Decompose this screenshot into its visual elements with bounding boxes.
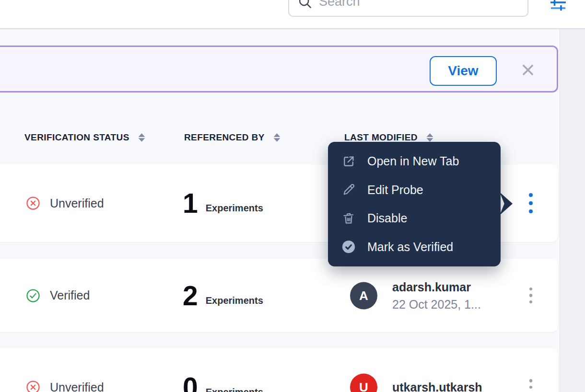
row-actions-button[interactable] <box>522 281 540 311</box>
experiment-count: 2 <box>183 282 198 308</box>
search-input[interactable] <box>319 0 527 9</box>
sort-icon <box>426 133 433 142</box>
last-modified-cell: U utkarsh.utkarsh <box>350 374 482 392</box>
menu-item-mark-as-verified[interactable]: Mark as Verified <box>328 233 501 262</box>
experiment-unit-label: Experiments <box>206 203 263 216</box>
column-label: VERIFICATION STATUS <box>24 132 129 143</box>
row-actions-context-menu: Open in New Tab Edit Probe Disable <box>328 142 501 266</box>
column-label: LAST MODIFIED <box>344 132 418 143</box>
menu-item-label: Open in New Tab <box>367 154 459 168</box>
modified-by-username: adarsh.kumar <box>392 280 481 294</box>
search-icon <box>298 0 312 9</box>
experiment-unit-label: Experiments <box>206 295 263 309</box>
status-label: Verified <box>50 288 90 302</box>
status-label: Unverified <box>50 380 104 392</box>
sort-icon <box>138 133 145 142</box>
experiment-count: 1 <box>183 190 198 216</box>
check-circle-icon <box>341 240 356 254</box>
menu-item-label: Disable <box>367 211 407 225</box>
row-actions-button-active[interactable] <box>522 188 540 218</box>
modified-date: 22 Oct 2025, 1... <box>392 297 481 311</box>
verification-status-cell: Unverified <box>26 196 104 210</box>
menu-item-open-in-new-tab[interactable]: Open in New Tab <box>328 147 501 176</box>
banner-close-button[interactable] <box>519 62 537 79</box>
status-label: Unverified <box>50 196 104 210</box>
trash-icon <box>341 211 356 226</box>
filter-sliders-icon <box>550 0 567 11</box>
modified-info: adarsh.kumar 22 Oct 2025, 1... <box>392 280 481 311</box>
last-modified-cell: A adarsh.kumar 22 Oct 2025, 1... <box>350 280 481 311</box>
menu-item-edit-probe[interactable]: Edit Probe <box>328 176 501 205</box>
menu-item-disable[interactable]: Disable <box>328 204 501 233</box>
referenced-by-cell: 0 Experiments <box>183 374 263 392</box>
verification-status-cell: Unverified <box>26 380 104 392</box>
filter-button[interactable] <box>550 0 567 11</box>
referenced-by-cell: 2 Experiments <box>183 282 263 308</box>
row-actions-button[interactable] <box>522 372 540 392</box>
external-link-icon <box>341 154 356 169</box>
probes-table-page: View VERIFICATION STATUS REFERENCED BY L… <box>0 0 585 392</box>
table-row[interactable]: Verified 2 Experiments A adarsh.kumar 22… <box>0 259 558 332</box>
verification-status-cell: Verified <box>26 288 90 303</box>
unverified-x-circle-icon <box>26 380 40 392</box>
modified-info: utkarsh.utkarsh <box>392 380 482 392</box>
experiment-unit-label: Experiments <box>206 387 263 392</box>
column-header-verification-status[interactable]: VERIFICATION STATUS <box>24 130 145 145</box>
column-header-referenced-by[interactable]: REFERENCED BY <box>184 130 281 145</box>
sort-icon <box>273 133 281 142</box>
top-bar <box>0 0 585 29</box>
unverified-x-circle-icon <box>26 196 40 210</box>
pencil-icon <box>341 183 356 197</box>
modified-by-username: utkarsh.utkarsh <box>392 380 482 392</box>
close-x-icon <box>520 62 536 78</box>
user-avatar: U <box>350 374 377 392</box>
table-row[interactable]: Unverified 0 Experiments U utkarsh.utkar… <box>0 348 558 392</box>
experiment-count: 0 <box>183 374 198 392</box>
right-margin-strip <box>560 29 585 392</box>
search-box[interactable] <box>288 0 528 17</box>
column-label: REFERENCED BY <box>184 132 265 143</box>
menu-item-label: Mark as Verified <box>367 240 453 254</box>
menu-item-label: Edit Probe <box>367 183 423 197</box>
notification-banner: View <box>0 46 558 92</box>
view-button[interactable]: View <box>430 56 497 86</box>
verified-check-circle-icon <box>26 288 40 303</box>
referenced-by-cell: 1 Experiments <box>183 190 263 216</box>
user-avatar: A <box>350 282 377 309</box>
